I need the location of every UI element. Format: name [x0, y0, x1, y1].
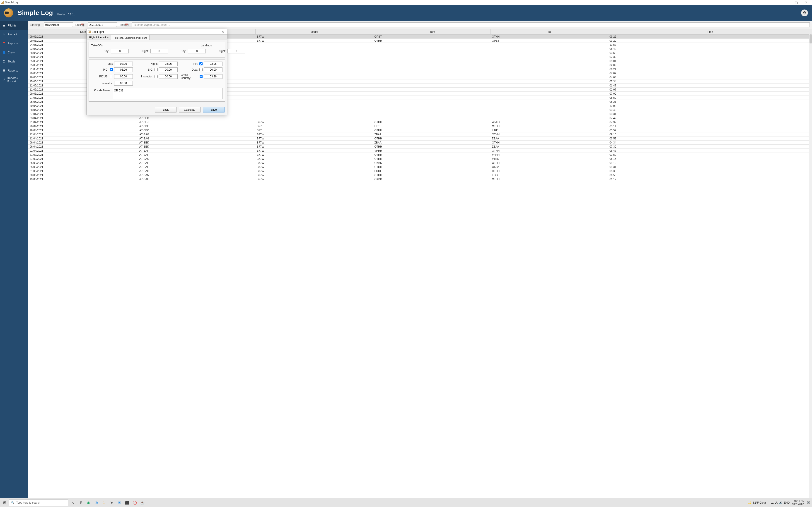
- private-notes-input[interactable]: [113, 88, 222, 99]
- cross-country-input[interactable]: [204, 74, 222, 79]
- table-row[interactable]: 06/04/2021A7-BEKB77WOTHHZBAA07:30: [28, 145, 812, 149]
- edge-icon[interactable]: ◎: [93, 499, 100, 506]
- takeoff-day-input[interactable]: [111, 49, 129, 53]
- dialog-titlebar[interactable]: Edit Flight ✕: [87, 29, 227, 35]
- table-row[interactable]: 25/03/2021A7-BAHB77WOTHHOKBK01:31: [28, 165, 812, 169]
- instructor-checkbox[interactable]: [155, 75, 158, 78]
- instructor-input[interactable]: [159, 74, 177, 79]
- taskbar-clock[interactable]: 10:17 PM 10/28/2021: [792, 500, 805, 505]
- sidebar: ≣ Flights ✈ Aircraft 📍 Airports 👤 Crew Σ…: [0, 21, 28, 498]
- table-row[interactable]: 12/04/2021A7-BAGB77WZBAAOTHH09:10: [28, 132, 812, 136]
- window-close-button[interactable]: ✕: [801, 0, 811, 5]
- col-to[interactable]: To: [491, 29, 608, 35]
- sidebar-item-aircraft[interactable]: ✈ Aircraft: [0, 30, 28, 39]
- scrollbar-thumb[interactable]: [810, 35, 812, 44]
- task-view-icon[interactable]: ⧉: [78, 499, 84, 506]
- chevron-up-icon[interactable]: ˄: [768, 501, 770, 504]
- save-button[interactable]: Save: [203, 107, 224, 112]
- picus-checkbox[interactable]: [110, 75, 113, 78]
- table-row[interactable]: 25/03/2021A7-BAHB77WOKBKOTHH01:12: [28, 161, 812, 165]
- table-row[interactable]: 20/04/2021A7-BBEB77LLIRFOTHH05:14: [28, 124, 812, 128]
- notifications-icon[interactable]: 💬: [807, 501, 810, 504]
- onedrive-icon[interactable]: ☁: [771, 501, 774, 504]
- search-input[interactable]: [132, 22, 810, 27]
- picus-input[interactable]: [114, 74, 133, 79]
- cell-from: OTHH: [373, 173, 491, 177]
- start-button[interactable]: ⊞: [0, 498, 9, 507]
- table-row[interactable]: 21/04/2021A7-BEJB77WOTHHWMKK07:32: [28, 120, 812, 124]
- moon-icon: 🌙: [748, 501, 752, 504]
- cell-model: B77W: [256, 153, 373, 157]
- settings-button[interactable]: ⚙: [801, 9, 808, 16]
- sic-checkbox[interactable]: [155, 68, 158, 71]
- cell-time: 07:09: [608, 92, 812, 96]
- dual-input[interactable]: [204, 67, 222, 72]
- pic-input[interactable]: [114, 67, 133, 72]
- table-row[interactable]: 12/04/2021A7-BAGB77WOTHHZBAA03:52: [28, 136, 812, 140]
- takeoff-night-input[interactable]: [150, 49, 168, 53]
- table-row[interactable]: 23/04/2021A7-BED07:42: [28, 116, 812, 120]
- cell-to: OTHH: [491, 124, 608, 128]
- sidebar-item-totals[interactable]: Σ Totals: [0, 57, 28, 66]
- calculate-button[interactable]: Calculate: [179, 107, 201, 112]
- cross-country-checkbox[interactable]: [200, 75, 203, 78]
- tab-flight-information[interactable]: Flight Information: [87, 35, 111, 40]
- ending-date-input[interactable]: 📅: [88, 22, 117, 27]
- table-row[interactable]: 27/03/2021A7-BAOB77WOTHHVTBS06:16: [28, 157, 812, 161]
- pic-checkbox[interactable]: [110, 68, 113, 71]
- landing-day-input[interactable]: [188, 49, 206, 53]
- tab-takeoffs-landings-hours[interactable]: Take-offs, Landings and Hours: [111, 35, 150, 40]
- back-button[interactable]: Back: [155, 107, 176, 112]
- total-input[interactable]: [114, 62, 133, 66]
- ifr-checkbox[interactable]: [199, 62, 203, 65]
- landing-night-input[interactable]: [227, 49, 245, 53]
- weather-widget[interactable]: 🌙 82°F Clear: [748, 501, 766, 504]
- sidebar-item-import-export[interactable]: ⇄ Import & Export: [0, 75, 28, 84]
- dual-checkbox[interactable]: [199, 68, 203, 71]
- sidebar-item-airports[interactable]: 📍 Airports: [0, 39, 28, 48]
- night-hours-input[interactable]: [159, 62, 177, 66]
- store-icon[interactable]: 🛍: [108, 499, 115, 506]
- office-icon[interactable]: ⬛: [124, 499, 131, 506]
- dialog-close-button[interactable]: ✕: [220, 30, 225, 34]
- table-row[interactable]: 06/04/2021A7-BEKB77WZBAAOTHH04:34: [28, 140, 812, 145]
- table-row[interactable]: 19/03/2021A7-BAUB77WOKBKOTHH01:12: [28, 177, 812, 181]
- sidebar-item-crew[interactable]: 👤 Crew: [0, 48, 28, 57]
- cell-date: 20/03/2021: [28, 173, 138, 177]
- vertical-scrollbar[interactable]: [809, 35, 812, 498]
- system-tray[interactable]: 🌙 82°F Clear ˄ ☁ 🖧 🔊 ENG 10:17 PM 10/28/…: [746, 500, 812, 505]
- table-row[interactable]: 01/04/2021A7-BAIB77WVHHHOTHH08:47: [28, 149, 812, 153]
- starting-date-field[interactable]: [44, 23, 81, 26]
- mail-icon[interactable]: ✉: [116, 499, 123, 506]
- ending-date-field[interactable]: [88, 23, 124, 26]
- table-row[interactable]: 19/04/2021A7-BBCB77LOTHHLIRF05:57: [28, 128, 812, 132]
- sic-input[interactable]: [159, 67, 177, 72]
- taskbar-search[interactable]: 🔍 Type here to search: [9, 499, 68, 506]
- java-icon[interactable]: ☕: [139, 499, 146, 506]
- col-from[interactable]: From: [373, 29, 491, 35]
- clock-time: 10:17 PM: [792, 500, 805, 502]
- col-model[interactable]: Model: [256, 29, 373, 35]
- network-icon[interactable]: 🖧: [775, 501, 778, 504]
- window-maximize-button[interactable]: ▢: [791, 0, 801, 5]
- simulator-input[interactable]: [114, 81, 133, 86]
- chrome-icon[interactable]: ◉: [85, 499, 92, 506]
- volume-icon[interactable]: 🔊: [779, 501, 782, 504]
- table-row[interactable]: 21/03/2021A7-BAOB77WEDDFOTHH05:38: [28, 169, 812, 173]
- windows-taskbar[interactable]: ⊞ 🔍 Type here to search ○ ⧉ ◉ ◎ 🗂 🛍 ✉ ⬛ …: [0, 498, 812, 507]
- table-row[interactable]: 20/03/2021A7-BAMB77WOTHHEDDF06:58: [28, 173, 812, 177]
- col-time[interactable]: Time: [608, 29, 812, 35]
- window-minimize-button[interactable]: —: [781, 0, 791, 5]
- cortana-icon[interactable]: ○: [70, 499, 77, 506]
- cell-to: OTHH: [491, 177, 608, 181]
- app-logo: [4, 8, 13, 17]
- cell-from: [373, 75, 491, 79]
- sidebar-item-flights[interactable]: ≣ Flights: [0, 21, 28, 30]
- starting-date-input[interactable]: 📅: [44, 22, 73, 27]
- file-explorer-icon[interactable]: 🗂: [101, 499, 107, 506]
- opera-icon[interactable]: ◯: [132, 499, 138, 506]
- sidebar-item-reports[interactable]: 🖶 Reports: [0, 66, 28, 75]
- ifr-input[interactable]: [204, 62, 222, 66]
- language-icon[interactable]: ENG: [784, 501, 790, 504]
- table-row[interactable]: 31/03/2021A7-BAIB77WOTHHVHHH03:50: [28, 153, 812, 157]
